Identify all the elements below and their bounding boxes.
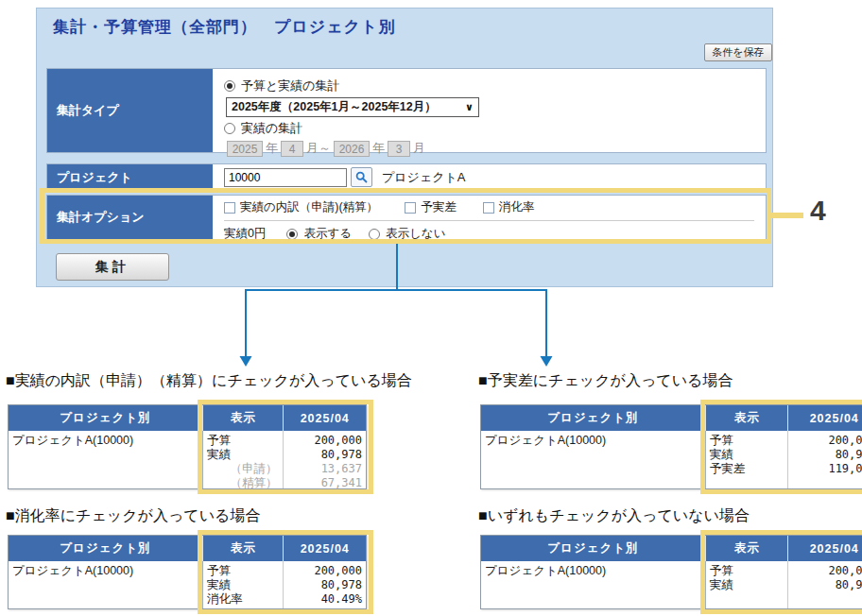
aggregation-type-row: 集計タイプ 予算と実績の集計 2025年度（2025年1月～2025年12月） … [46,68,767,153]
example-heading: ■予実差にチェックが入っている場合 [478,371,862,391]
table-header-row: プロジェクト別表示2025/04 [481,536,862,561]
metric-label: 予算 [207,434,280,448]
fiscal-year-select-value: 2025年度（2025年1月～2025年12月） [232,99,437,115]
project-cell: プロジェクトA(10000) [481,561,705,608]
callout-number: 4 [810,195,826,227]
table-body-row: プロジェクトA(10000) 予算実績予実差 200,00080,978119,… [481,431,862,488]
form-panel: 集計・予算管理（全部門） プロジェクト別 条件を保存 集計タイプ 予算と実績の集… [36,8,773,287]
table-header-row: プロジェクト別表示2025/04 [9,536,366,561]
from-year-suffix: 年 [266,140,278,157]
consumption-checkbox[interactable] [483,202,494,214]
example-heading: ■消化率にチェックが入っている場合 [6,506,378,526]
table-header-cell: 表示 [705,536,788,561]
page-title: 集計・予算管理（全部門） プロジェクト別 [53,16,395,38]
table-header-row: プロジェクト別表示2025/04 [481,405,862,431]
metric-label: （申請） [207,462,280,476]
to-month-input: 3 [388,141,410,157]
chevron-down-icon: ∨ [465,101,474,113]
consumption-checkbox-label: 消化率 [499,199,535,215]
metric-value: 80,978 [792,448,862,462]
arrow-down-icon [240,356,252,367]
metric-value: 67,341 [287,476,362,490]
aggregation-type-content: 予算と実績の集計 2025年度（2025年1月～2025年12月） ∨ 実績の集… [213,69,766,152]
table-header-cell: 2025/04 [283,405,366,431]
metric-labels-cell: 予算実績（申請）（精算） [202,431,284,488]
aggregation-type-label: 集計タイプ [47,69,213,152]
aggregate-button[interactable]: 集計 [56,253,169,281]
table-header-cell: プロジェクト別 [9,536,202,561]
to-year-input: 2026 [334,141,370,157]
actual-only-radio[interactable] [224,123,235,134]
metric-label: 消化率 [207,592,280,607]
result-table: プロジェクト別表示2025/04 プロジェクトA(10000) 予算実績 200… [480,535,862,609]
actual-only-radio-label: 実績の集計 [241,120,302,137]
metric-label: 実績 [710,448,784,462]
table-header-cell: 2025/04 [787,405,862,431]
table-header-cell: プロジェクト別 [481,536,705,561]
from-year-input: 2025 [227,141,263,157]
table-body-row: プロジェクトA(10000) 予算実績 200,00080,978 [481,561,862,608]
zero-yen-label: 実績0円 [224,226,266,242]
example-block: ■消化率にチェックが入っている場合 プロジェクト別表示2025/04 プロジェク… [6,506,378,616]
budget-actual-radio-label: 予算と実績の集計 [241,77,340,94]
table-header-cell: 表示 [705,405,788,431]
hide-zero-radio[interactable] [369,229,380,240]
aggregation-options-label: 集計オプション [47,196,213,239]
hide-zero-radio-label: 表示しない [386,226,445,242]
metric-label: 予算 [710,564,784,578]
metric-label: （精算） [207,476,280,490]
aggregation-options-row: 集計オプション 実績の内訳（申請)(精算） 予実差 消化率 [46,195,767,240]
screen: 集計・予算管理（全部門） プロジェクト別 条件を保存 集計タイプ 予算と実績の集… [0,0,862,616]
table-header-cell: プロジェクト別 [481,405,705,431]
metric-value: 200,000 [287,434,362,448]
breakdown-checkbox[interactable] [224,202,235,214]
metric-label: 実績 [710,578,784,592]
from-month-input: 4 [281,141,303,157]
metric-label: 予算 [710,434,784,448]
metric-value: 40.49% [287,592,362,607]
project-code-input[interactable] [224,168,347,187]
metric-value: 13,637 [287,462,362,476]
table-header-cell: 2025/04 [283,536,366,561]
example-heading: ■実績の内訳（申請）（精算）にチェックが入っている場合 [6,371,378,391]
metric-values-cell: 200,00080,97840.49% [283,561,366,608]
result-table: プロジェクト別表示2025/04 プロジェクトA(10000) 予算実績（申請）… [8,404,367,489]
example-block: ■いずれもチェックが入っていない場合 プロジェクト別表示2025/04 プロジェ… [478,506,862,616]
example-heading: ■いずれもチェックが入っていない場合 [478,506,862,526]
result-table: プロジェクト別表示2025/04 プロジェクトA(10000) 予算実績予実差 … [480,404,862,489]
to-month-suffix: 月 [413,140,425,157]
metric-labels-cell: 予算実績消化率 [202,561,284,608]
metric-value: 119,022 [792,462,862,476]
example-block: ■予実差にチェックが入っている場合 プロジェクト別表示2025/04 プロジェク… [478,371,862,499]
table-body-row: プロジェクトA(10000) 予算実績（申請）（精算） 200,00080,97… [9,431,366,488]
metric-value: 80,978 [792,578,862,592]
search-icon [355,171,368,183]
metric-values-cell: 200,00080,978119,022 [787,431,862,488]
metric-value: 80,978 [287,448,362,462]
metric-value: 80,978 [287,578,362,592]
callout-tick [769,213,803,218]
arrow-down-icon [541,356,553,367]
save-conditions-button[interactable]: 条件を保存 [704,43,772,61]
metric-value: 200,000 [792,564,862,578]
show-zero-radio[interactable] [286,229,298,240]
table-header-cell: 2025/04 [787,536,862,561]
metric-label: 実績 [207,578,280,592]
project-row: プロジェクト プロジェクトA [46,163,767,191]
metric-labels-cell: 予算実績予実差 [705,431,788,488]
table-body-row: プロジェクトA(10000) 予算実績消化率 200,00080,97840.4… [9,561,366,608]
variance-checkbox[interactable] [405,202,416,214]
table-header-cell: 表示 [202,405,284,431]
project-cell: プロジェクトA(10000) [9,561,202,608]
metric-label: 予実差 [710,462,784,476]
budget-actual-radio[interactable] [224,80,235,92]
project-label: プロジェクト [47,164,213,190]
metric-labels-cell: 予算実績 [705,561,788,608]
metric-value: 200,000 [792,434,862,448]
variance-checkbox-label: 予実差 [421,199,457,215]
fiscal-year-select[interactable]: 2025年度（2025年1月～2025年12月） ∨ [226,97,479,117]
table-header-cell: 表示 [202,536,284,561]
show-zero-radio-label: 表示する [303,226,352,242]
project-search-button[interactable] [351,167,372,187]
metric-value: 200,000 [287,564,362,578]
